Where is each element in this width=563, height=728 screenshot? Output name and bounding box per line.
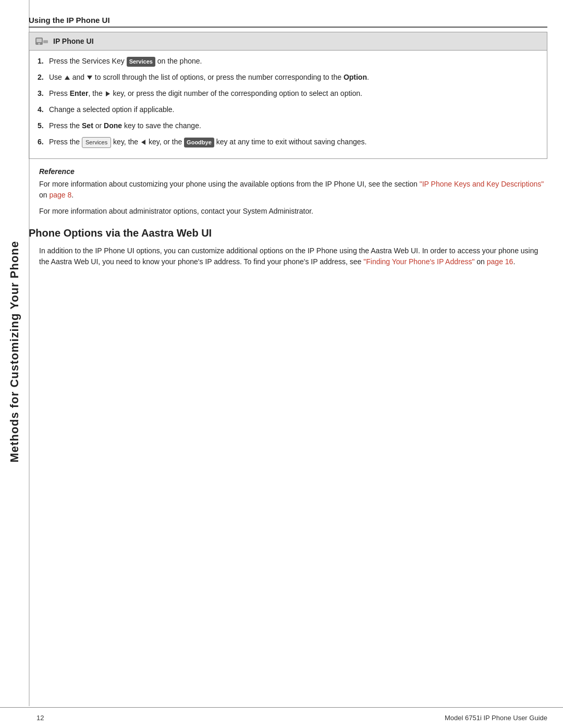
footer-title: Model 6751i IP Phone User Guide <box>445 714 547 722</box>
step-3-content: Press Enter, the key, or press the digit… <box>49 88 538 99</box>
step-6: 6. Press the Services key, the key, or t… <box>38 137 538 148</box>
goodbye-key-btn: Goodbye <box>184 138 214 147</box>
set-bold: Set <box>82 121 93 130</box>
step-5-num: 5. <box>38 120 49 131</box>
phone-options-heading: Phone Options via the Aastra Web UI <box>29 227 547 239</box>
sidebar-text: Methods for Customizing Your Phone <box>8 241 21 463</box>
step-6-content: Press the Services key, the key, or the … <box>49 137 538 148</box>
step-2-content: Use and to scroll through the list of op… <box>49 72 538 83</box>
svg-point-2 <box>38 43 40 45</box>
services-key2-btn: Services <box>82 137 111 148</box>
ip-phone-ui-body: 1. Press the Services Key Services on th… <box>29 51 547 158</box>
right-arrow-icon <box>106 91 110 96</box>
ref-para1-end: . <box>71 191 74 199</box>
services-key-btn: Services <box>127 57 155 67</box>
footer-page-num: 12 <box>36 714 44 722</box>
ref-para1-before: For more information about customizing y… <box>39 180 420 188</box>
done-bold: Done <box>104 121 122 130</box>
step-3: 3. Press Enter, the key, or press the di… <box>38 88 538 99</box>
steps-list: 1. Press the Services Key Services on th… <box>38 56 538 148</box>
reference-heading: Reference <box>39 167 547 176</box>
phone-options-link2[interactable]: page 16 <box>487 257 513 266</box>
sidebar: Methods for Customizing Your Phone <box>0 0 29 704</box>
step-6-num: 6. <box>38 137 49 148</box>
step-4-content: Change a selected option if applicable. <box>49 104 538 115</box>
step-1-text-before: Press the Services Key <box>49 57 125 65</box>
reference-para1: For more information about customizing y… <box>39 179 547 201</box>
step-4-num: 4. <box>38 104 49 115</box>
footer: 12 Model 6751i IP Phone User Guide <box>0 707 563 728</box>
phone-options-body-end: . <box>513 257 515 266</box>
step-1-num: 1. <box>38 56 49 67</box>
enter-bold: Enter <box>70 89 89 97</box>
ref-para1-mid: on <box>39 191 49 199</box>
phone-options-body-mid: on <box>474 257 486 266</box>
step-3-num: 3. <box>38 88 49 99</box>
main-content: Using the IP Phone UI IP Phone UI 1. P <box>29 16 547 702</box>
step-1: 1. Press the Services Key Services on th… <box>38 56 538 67</box>
phone-icon <box>34 35 49 47</box>
ref-link1[interactable]: "IP Phone Keys and Key Descriptions" <box>420 180 544 188</box>
phone-options-body: In addition to the IP Phone UI options, … <box>39 245 547 268</box>
ip-phone-ui-box: IP Phone UI 1. Press the Services Key Se… <box>29 32 547 159</box>
step-2: 2. Use and to scroll through the list of… <box>38 72 538 83</box>
step-1-content: Press the Services Key Services on the p… <box>49 56 538 67</box>
step-5: 5. Press the Set or Done key to save the… <box>38 120 538 131</box>
up-arrow-icon <box>65 76 70 80</box>
down-arrow-icon <box>87 76 92 80</box>
svg-rect-1 <box>36 39 42 42</box>
ip-phone-ui-label: IP Phone UI <box>53 37 94 45</box>
reference-section: Reference For more information about cus… <box>39 167 547 217</box>
reference-para2: For more information about administrator… <box>39 206 547 217</box>
step-2-num: 2. <box>38 72 49 83</box>
ref-link2[interactable]: page 8 <box>49 191 71 199</box>
ip-phone-ui-header: IP Phone UI <box>29 32 547 51</box>
section-heading: Using the IP Phone UI <box>29 16 110 24</box>
step-4: 4. Change a selected option if applicabl… <box>38 104 538 115</box>
step-5-content: Press the Set or Done key to save the ch… <box>49 120 538 131</box>
option-bold: Option <box>344 73 367 81</box>
left-arrow-icon <box>141 140 145 145</box>
phone-options-link1[interactable]: "Finding Your Phone's IP Address" <box>363 257 474 266</box>
step-1-text-after: on the phone. <box>157 57 202 65</box>
